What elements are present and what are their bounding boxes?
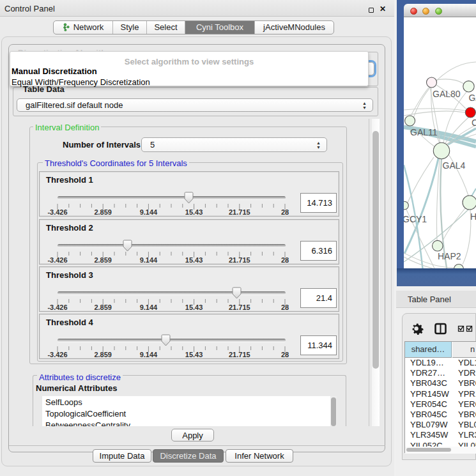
svg-text:H: H [470,211,476,222]
svg-text:GA: GA [469,93,476,103]
svg-text:GAL11: GAL11 [410,127,438,137]
svg-text:HAP2: HAP2 [438,251,461,261]
svg-text:CY: CY [472,118,476,128]
svg-text:GAL4: GAL4 [443,160,466,171]
svg-text:GCY1: GCY1 [404,214,427,224]
svg-text:GAL80: GAL80 [433,89,461,99]
